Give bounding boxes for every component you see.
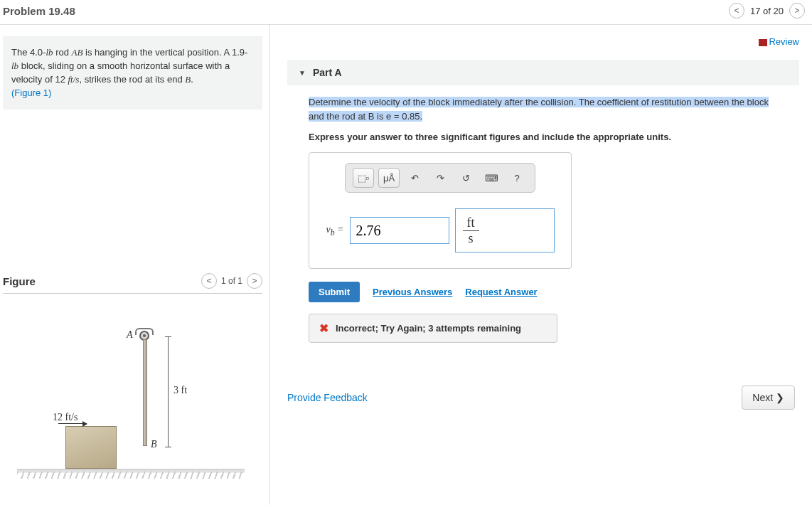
keyboard-button[interactable]: ⌨ bbox=[481, 168, 502, 188]
figure-image: A B 3 ft 12 ft/s bbox=[3, 308, 245, 493]
rod-icon bbox=[143, 339, 147, 446]
top-bar: Problem 19.48 < 17 of 20 > bbox=[0, 0, 812, 25]
pager-text: 17 of 20 bbox=[750, 6, 784, 16]
reset-button[interactable]: ↺ bbox=[455, 168, 476, 188]
answer-area: ⬚▫ μÅ ↶ ↷ ↺ ⌨ ? vb = ft s bbox=[309, 152, 572, 269]
label-a: A bbox=[127, 329, 133, 341]
submit-button[interactable]: Submit bbox=[309, 282, 360, 302]
feedback-text: Incorrect; Try Again; 3 attempts remaini… bbox=[336, 323, 521, 334]
previous-answers-link[interactable]: Previous Answers bbox=[373, 287, 452, 297]
answer-input-row: vb = ft s bbox=[322, 208, 558, 253]
problem-title: Problem 19.48 bbox=[3, 5, 75, 17]
redo-button[interactable]: ↷ bbox=[429, 168, 451, 188]
request-answer-link[interactable]: Request Answer bbox=[465, 287, 537, 297]
help-button[interactable]: ? bbox=[506, 168, 528, 188]
unit-input[interactable]: ft s bbox=[455, 208, 555, 253]
undo-button[interactable]: ↶ bbox=[404, 168, 425, 188]
velocity-label: 12 ft/s bbox=[53, 412, 78, 423]
problem-intro: The 4.0-lb rod AB is hanging in the vert… bbox=[3, 36, 262, 110]
block-icon bbox=[65, 426, 117, 469]
figure-heading: Figure bbox=[3, 275, 36, 287]
figure-pager: < 1 of 1 > bbox=[201, 273, 262, 289]
dimension-line-icon bbox=[168, 336, 169, 447]
part-label: Part A bbox=[313, 67, 342, 78]
left-column: The 4.0-lb rod AB is hanging in the vert… bbox=[0, 25, 270, 505]
units-button[interactable]: μÅ bbox=[378, 168, 400, 188]
provide-feedback-link[interactable]: Provide Feedback bbox=[287, 392, 368, 403]
figure-next-button[interactable]: > bbox=[247, 273, 262, 289]
part-a-header[interactable]: ▼ Part A bbox=[287, 60, 799, 85]
question-text: Determine the velocity of the block imme… bbox=[309, 95, 778, 123]
review-link[interactable]: Review bbox=[762, 36, 799, 47]
feedback-box: ✖ Incorrect; Try Again; 3 attempts remai… bbox=[309, 314, 557, 343]
collapse-caret-icon: ▼ bbox=[299, 69, 306, 77]
action-row: Submit Previous Answers Request Answer bbox=[309, 282, 778, 302]
main-content: The 4.0-lb rod AB is hanging in the vert… bbox=[0, 25, 812, 505]
incorrect-icon: ✖ bbox=[319, 321, 328, 335]
dimension-label: 3 ft bbox=[173, 385, 187, 396]
prev-problem-button[interactable]: < bbox=[729, 3, 744, 18]
ground-hatch-icon bbox=[17, 472, 245, 479]
right-column: Review ▼ Part A Determine the velocity o… bbox=[270, 25, 812, 505]
review-row: Review bbox=[287, 36, 799, 47]
value-input[interactable] bbox=[350, 217, 449, 244]
next-button[interactable]: Next ❯ bbox=[742, 386, 795, 410]
label-b: B bbox=[151, 439, 157, 450]
equation-toolbar: ⬚▫ μÅ ↶ ↷ ↺ ⌨ ? bbox=[345, 163, 535, 193]
instruction-text: Express your answer to three significant… bbox=[309, 132, 778, 142]
figure-link[interactable]: (Figure 1) bbox=[11, 87, 51, 98]
problem-pager: < 17 of 20 > bbox=[729, 3, 805, 18]
templates-button[interactable]: ⬚▫ bbox=[353, 168, 374, 188]
bottom-row: Provide Feedback Next ❯ bbox=[287, 386, 799, 410]
figure-prev-button[interactable]: < bbox=[201, 273, 217, 289]
part-a-body: Determine the velocity of the block imme… bbox=[287, 85, 799, 350]
figure-header: Figure < 1 of 1 > bbox=[3, 273, 262, 294]
next-problem-button[interactable]: > bbox=[789, 3, 805, 18]
variable-label: vb = bbox=[326, 224, 344, 238]
velocity-arrow-icon bbox=[58, 423, 87, 424]
